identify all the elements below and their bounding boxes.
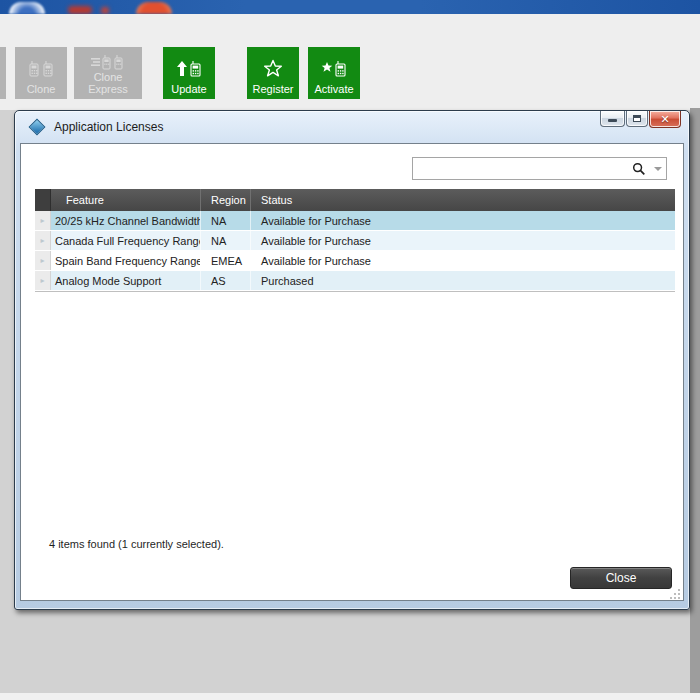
table-row[interactable]: ▸ 20/25 kHz Channel Bandwidth NA Availab… xyxy=(35,211,675,231)
activate-button[interactable]: Activate xyxy=(308,47,360,99)
row-selector-icon[interactable]: ▸ xyxy=(35,211,51,230)
clone-button-label: Clone xyxy=(27,83,56,95)
table-row[interactable]: ▸ Canada Full Frequency Range NA Availab… xyxy=(35,231,675,251)
clone-express-icon xyxy=(91,47,125,71)
search-icon[interactable] xyxy=(628,158,650,179)
close-button[interactable]: Close xyxy=(570,567,672,589)
screen: { "topbar": { "icons": ["app-orb-icon", … xyxy=(0,0,700,700)
restore-icon xyxy=(633,115,641,122)
parent-window-titlebar xyxy=(0,0,700,14)
dialog-client-area: Feature Region Status ▸ 20/25 kHz Channe… xyxy=(20,143,684,601)
register-button[interactable]: Register xyxy=(247,47,299,99)
window-close-icon: ✕ xyxy=(660,114,669,125)
dialog-title: Application Licenses xyxy=(54,120,163,134)
dialog-titlebar[interactable]: Application Licenses xyxy=(15,111,689,143)
table-header-stub xyxy=(35,189,51,211)
activate-button-label: Activate xyxy=(314,83,353,95)
register-button-label: Register xyxy=(253,83,294,95)
clone-express-button[interactable]: Clone Express xyxy=(74,47,142,99)
license-table: Feature Region Status ▸ 20/25 kHz Channe… xyxy=(35,189,675,292)
clone-express-button-label: Clone Express xyxy=(80,71,136,95)
app-orb-icon xyxy=(9,2,45,14)
ribbon-toolbar: Clone Clone Express xyxy=(0,14,700,110)
cell-status: Available for Purchase xyxy=(250,231,675,250)
update-button-label: Update xyxy=(171,83,206,95)
star-phone-icon xyxy=(321,48,347,83)
cell-feature: Spain Band Frequency Range xyxy=(51,251,200,270)
cell-region: AS xyxy=(200,271,250,290)
toolbar-button-partial[interactable] xyxy=(0,47,6,99)
window-close-button[interactable]: ✕ xyxy=(649,111,681,128)
column-header-status[interactable]: Status xyxy=(250,189,675,211)
table-row[interactable]: ▸ Spain Band Frequency Range EMEA Availa… xyxy=(35,251,675,271)
clone-phones-icon xyxy=(28,48,54,83)
chevron-down-icon xyxy=(654,167,662,171)
background-bottom-strip xyxy=(0,693,700,700)
cell-feature: 20/25 kHz Channel Bandwidth xyxy=(51,211,200,230)
restore-button[interactable] xyxy=(626,111,648,127)
red-dot-icon xyxy=(101,7,109,14)
minimize-icon xyxy=(608,119,617,122)
minimize-button[interactable] xyxy=(600,111,625,127)
background-right-band xyxy=(690,108,700,693)
update-button[interactable]: Update xyxy=(163,47,215,99)
search-box xyxy=(412,157,667,180)
update-arrow-phone-icon xyxy=(176,48,202,83)
window-controls: ✕ xyxy=(599,111,681,128)
application-licenses-dialog: Application Licenses ✕ Feature Region xyxy=(14,110,690,610)
orange-blob-icon xyxy=(136,2,172,14)
cell-feature: Analog Mode Support xyxy=(51,271,200,290)
cell-status: Purchased xyxy=(250,271,675,290)
app-diamond-icon xyxy=(29,119,46,136)
cell-region: NA xyxy=(200,211,250,230)
table-header-row: Feature Region Status xyxy=(35,189,675,211)
cell-status: Available for Purchase xyxy=(250,251,675,270)
cell-region: NA xyxy=(200,231,250,250)
row-selector-icon[interactable]: ▸ xyxy=(35,251,51,270)
cell-region: EMEA xyxy=(200,251,250,270)
search-options-dropdown[interactable] xyxy=(650,158,666,179)
cell-feature: Canada Full Frequency Range xyxy=(51,231,200,250)
close-button-label: Close xyxy=(606,571,637,585)
resize-grip[interactable] xyxy=(669,586,681,598)
row-selector-icon[interactable]: ▸ xyxy=(35,231,51,250)
star-outline-icon xyxy=(263,48,283,83)
row-selector-icon[interactable]: ▸ xyxy=(35,271,51,290)
column-header-region[interactable]: Region xyxy=(200,189,250,211)
items-found-status: 4 items found (1 currently selected). xyxy=(49,538,224,550)
table-row[interactable]: ▸ Analog Mode Support AS Purchased xyxy=(35,271,675,291)
cell-status: Available for Purchase xyxy=(250,211,675,230)
clone-button[interactable]: Clone xyxy=(15,47,67,99)
red-mark-icon xyxy=(68,6,92,14)
column-header-feature[interactable]: Feature xyxy=(51,189,200,211)
search-input[interactable] xyxy=(413,158,628,179)
